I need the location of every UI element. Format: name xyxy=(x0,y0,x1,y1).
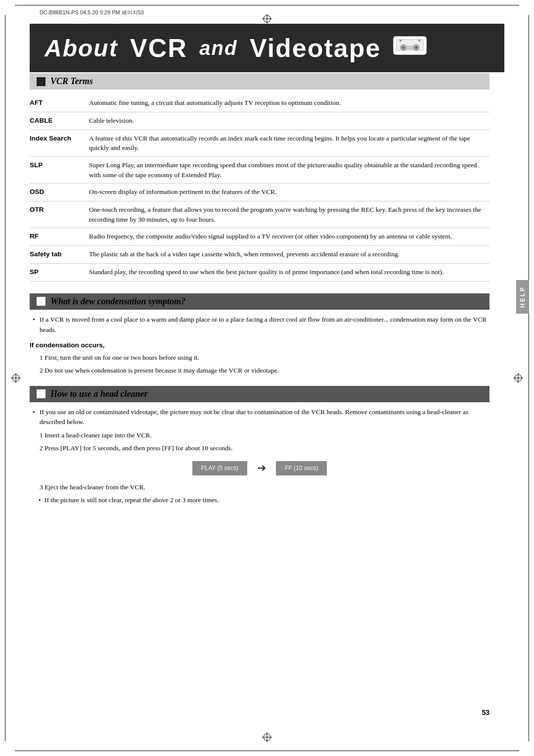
term-row: AFT Automatic fine tuning, a circuit tha… xyxy=(30,94,490,112)
head-cleaner-sub-bullet: If the picture is still not clear, repea… xyxy=(30,495,490,506)
reg-mark-top xyxy=(262,14,272,24)
svg-rect-21 xyxy=(418,40,420,42)
trim-line-bottom xyxy=(15,751,519,751)
term-desc: The plastic tab at the back of a video t… xyxy=(89,246,490,264)
dew-title: What is dew condensation symptom? xyxy=(50,296,185,307)
dew-sub-heading: If condensation occurs, xyxy=(30,340,490,351)
dew-bullet xyxy=(37,297,45,306)
dew-condensation-header: What is dew condensation symptom? xyxy=(30,293,490,310)
vcr-terms-header: VCR Terms xyxy=(30,73,490,90)
help-tab: HELP xyxy=(516,280,529,314)
head-cleaner-steps: 1 Insert a head-cleaner tape into the VC… xyxy=(30,430,490,454)
vcr-terms-bullet xyxy=(37,77,45,86)
head-cleaner-content: If you use an old or contaminated videot… xyxy=(30,402,490,506)
arrow-icon: ➔ xyxy=(257,460,266,476)
term-name: CABLE xyxy=(30,112,89,130)
vcr-terms-content: AFT Automatic fine tuning, a circuit tha… xyxy=(30,90,490,282)
term-row: Safety tab The plastic tab at the back o… xyxy=(30,246,490,264)
title-about: About xyxy=(44,35,118,62)
terms-table: AFT Automatic fine tuning, a circuit tha… xyxy=(30,94,490,282)
term-name: OSD xyxy=(30,184,89,201)
head-cleaner-step: 1 Insert a head-cleaner tape into the VC… xyxy=(30,430,490,441)
page-container: DC-B86B1N-PS 04.5.20 9:29 PM 페이지53 About… xyxy=(0,0,534,756)
head-cleaner-step: 2 Press [PLAY] for 5 seconds, and then p… xyxy=(30,443,490,454)
term-name: RF xyxy=(30,228,89,246)
term-desc: One-touch recording, a feature that allo… xyxy=(89,201,490,228)
term-row: SP Standard play, the recording speed to… xyxy=(30,263,490,281)
cassette-icon xyxy=(393,33,427,63)
ff-label: FF (10 secs) xyxy=(276,461,327,475)
term-desc: Standard play, the recording speed to us… xyxy=(89,263,490,281)
svg-point-16 xyxy=(402,47,405,49)
term-desc: Radio frequency, the composite audio/vid… xyxy=(89,228,490,246)
dew-step: 1 First, turn the unit on for one or two… xyxy=(30,353,490,363)
reg-mark-bottom xyxy=(262,732,272,742)
term-row: SLP Super Long Play, an intermediate tap… xyxy=(30,156,490,183)
term-desc: Cable television. xyxy=(89,112,490,130)
play-diagram: PLAY (5 secs) ➔ FF (10 secs) xyxy=(30,460,490,476)
header-meta: DC-B86B1N-PS 04.5.20 9:29 PM 페이지53 xyxy=(40,9,144,16)
term-row: OSD On-screen display of information per… xyxy=(30,184,490,201)
svg-rect-19 xyxy=(406,46,413,49)
head-cleaner-bullet-item: If you use an old or contaminated videot… xyxy=(30,407,490,428)
title-vcr: VCR xyxy=(130,33,187,63)
title-and: and xyxy=(199,37,237,59)
svg-rect-20 xyxy=(400,40,401,42)
reg-mark-right xyxy=(513,373,523,383)
head-cleaner-step3: 3 Eject the head-cleaner from the VCR. xyxy=(30,482,490,493)
vcr-terms-section: VCR Terms AFT Automatic fine tuning, a c… xyxy=(30,73,490,282)
main-content: VCR Terms AFT Automatic fine tuning, a c… xyxy=(30,73,490,726)
trim-line-left xyxy=(5,15,5,741)
term-row: CABLE Cable television. xyxy=(30,112,490,130)
dew-condensation-section: What is dew condensation symptom? If a V… xyxy=(30,293,490,376)
term-name: Index Search xyxy=(30,130,89,156)
head-cleaner-section: How to use a head cleaner If you use an … xyxy=(30,386,490,506)
title-block: About VCR and Videotape xyxy=(30,24,504,72)
term-name: Safety tab xyxy=(30,246,89,264)
term-desc: Super Long Play, an intermediate tape re… xyxy=(89,156,490,183)
term-row: RF Radio frequency, the composite audio/… xyxy=(30,228,490,246)
dew-steps: 1 First, turn the unit on for one or two… xyxy=(30,353,490,376)
trim-line-right xyxy=(529,15,529,741)
svg-point-18 xyxy=(415,47,418,49)
dew-bullet-item: If a VCR is moved from a cool place to a… xyxy=(30,315,490,335)
term-desc: Automatic fine tuning, a circuit that au… xyxy=(89,94,490,112)
title-text: About VCR and Videotape xyxy=(44,33,427,63)
term-row: OTR One-touch recording, a feature that … xyxy=(30,201,490,228)
term-desc: A feature of this VCR that automatically… xyxy=(89,130,490,156)
term-desc: On-screen display of information pertine… xyxy=(89,184,490,201)
term-name: OTR xyxy=(30,201,89,228)
term-name: SP xyxy=(30,263,89,281)
term-name: AFT xyxy=(30,94,89,112)
play-label: PLAY (5 secs) xyxy=(192,461,248,475)
title-videotape: Videotape xyxy=(250,33,381,63)
head-cleaner-step-3: 3 Eject the head-cleaner from the VCR. xyxy=(30,482,490,493)
head-cleaner-bullet xyxy=(37,389,45,398)
vcr-terms-title: VCR Terms xyxy=(50,76,93,87)
term-row: Index Search A feature of this VCR that … xyxy=(30,130,490,156)
reg-mark-left xyxy=(11,373,21,383)
page-number: 53 xyxy=(482,709,490,716)
term-name: SLP xyxy=(30,156,89,183)
dew-content: If a VCR is moved from a cool place to a… xyxy=(30,310,490,376)
head-cleaner-header: How to use a head cleaner xyxy=(30,386,490,402)
head-cleaner-title: How to use a head cleaner xyxy=(50,389,148,399)
dew-step: 2 Do not use when condensation is presen… xyxy=(30,366,490,376)
trim-line-top xyxy=(15,5,519,5)
